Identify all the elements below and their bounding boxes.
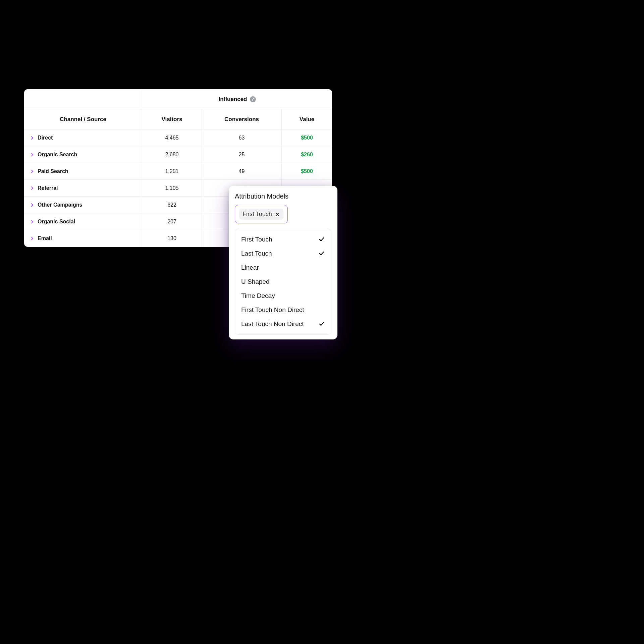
check-icon bbox=[318, 292, 325, 299]
help-icon[interactable]: ? bbox=[250, 96, 256, 102]
channel-cell[interactable]: Direct bbox=[24, 129, 142, 146]
value-amount: $500 bbox=[301, 168, 313, 174]
channel-label: Email bbox=[38, 235, 52, 241]
header-influenced-label: Influenced bbox=[218, 96, 247, 103]
value-cell: $500 bbox=[282, 163, 332, 179]
chevron-right-icon[interactable] bbox=[30, 220, 34, 224]
channel-cell[interactable]: Referral bbox=[24, 180, 142, 196]
option-label: First Touch bbox=[241, 236, 272, 243]
col-channel: Channel / Source bbox=[24, 109, 142, 129]
value-cell: $260 bbox=[282, 146, 332, 163]
visitors-cell: 130 bbox=[142, 230, 202, 247]
dropdown-option[interactable]: Time Decay bbox=[235, 289, 331, 303]
dropdown-options: First TouchLast TouchLinearU ShapedTime … bbox=[235, 229, 331, 335]
check-icon bbox=[318, 321, 325, 327]
option-label: U Shaped bbox=[241, 278, 270, 285]
dropdown-option[interactable]: First Touch bbox=[235, 232, 331, 247]
check-icon bbox=[318, 236, 325, 243]
conversions-cell: 25 bbox=[202, 146, 282, 163]
channel-label: Referral bbox=[38, 185, 58, 191]
check-icon bbox=[318, 307, 325, 313]
visitors-cell: 207 bbox=[142, 213, 202, 230]
visitors-cell: 622 bbox=[142, 197, 202, 213]
col-visitors: Visitors bbox=[142, 109, 202, 129]
attribution-models-dropdown: Attribution Models First Touch First Tou… bbox=[229, 186, 337, 339]
selected-models-input[interactable]: First Touch bbox=[235, 205, 288, 223]
chevron-right-icon[interactable] bbox=[30, 153, 34, 157]
chevron-right-icon[interactable] bbox=[30, 186, 34, 190]
channel-label: Organic Search bbox=[38, 152, 77, 158]
dropdown-option[interactable]: Last Touch Non Direct bbox=[235, 317, 331, 331]
value-cell: $500 bbox=[282, 129, 332, 146]
visitors-cell: 1,105 bbox=[142, 180, 202, 196]
channel-label: Paid Search bbox=[38, 168, 68, 174]
dropdown-title: Attribution Models bbox=[235, 193, 331, 200]
channel-cell[interactable]: Email bbox=[24, 230, 142, 247]
channel-label: Organic Social bbox=[38, 219, 75, 225]
chevron-right-icon[interactable] bbox=[30, 136, 34, 140]
option-label: First Touch Non Direct bbox=[241, 306, 304, 314]
visitors-cell: 4,465 bbox=[142, 129, 202, 146]
option-label: Time Decay bbox=[241, 292, 275, 300]
table-row: Paid Search1,25149$500 bbox=[24, 163, 332, 180]
dropdown-option[interactable]: U Shaped bbox=[235, 275, 331, 289]
value-amount: $500 bbox=[301, 135, 313, 141]
table-row: Organic Search2,68025$260 bbox=[24, 146, 332, 163]
channel-cell[interactable]: Organic Search bbox=[24, 146, 142, 163]
header-blank bbox=[24, 89, 142, 109]
chevron-right-icon[interactable] bbox=[30, 236, 34, 240]
channel-label: Other Campaigns bbox=[38, 202, 82, 208]
table-row: Direct4,46563$500 bbox=[24, 129, 332, 146]
dropdown-option[interactable]: Last Touch bbox=[235, 247, 331, 261]
col-conversions: Conversions bbox=[202, 109, 282, 129]
table-header-columns: Channel / Source Visitors Conversions Va… bbox=[24, 109, 332, 129]
dropdown-option[interactable]: First Touch Non Direct bbox=[235, 303, 331, 317]
channel-label: Direct bbox=[38, 135, 53, 141]
check-icon bbox=[318, 278, 325, 285]
col-value: Value bbox=[282, 109, 332, 129]
check-icon bbox=[318, 264, 325, 271]
chip-first-touch: First Touch bbox=[239, 209, 283, 220]
table-header-group: Influenced ? bbox=[24, 89, 332, 109]
conversions-cell: 63 bbox=[202, 129, 282, 146]
channel-cell[interactable]: Paid Search bbox=[24, 163, 142, 179]
chevron-right-icon[interactable] bbox=[30, 203, 34, 207]
conversions-cell: 49 bbox=[202, 163, 282, 179]
option-label: Last Touch bbox=[241, 250, 272, 257]
header-influenced: Influenced ? bbox=[142, 89, 332, 109]
value-amount: $260 bbox=[301, 152, 313, 158]
visitors-cell: 2,680 bbox=[142, 146, 202, 163]
visitors-cell: 1,251 bbox=[142, 163, 202, 179]
option-label: Last Touch Non Direct bbox=[241, 320, 304, 328]
chevron-right-icon[interactable] bbox=[30, 169, 34, 173]
option-label: Linear bbox=[241, 264, 259, 271]
dropdown-option[interactable]: Linear bbox=[235, 261, 331, 275]
chip-label: First Touch bbox=[243, 211, 272, 218]
channel-cell[interactable]: Other Campaigns bbox=[24, 197, 142, 213]
check-icon bbox=[318, 250, 325, 257]
close-icon[interactable] bbox=[275, 212, 280, 217]
channel-cell[interactable]: Organic Social bbox=[24, 213, 142, 230]
